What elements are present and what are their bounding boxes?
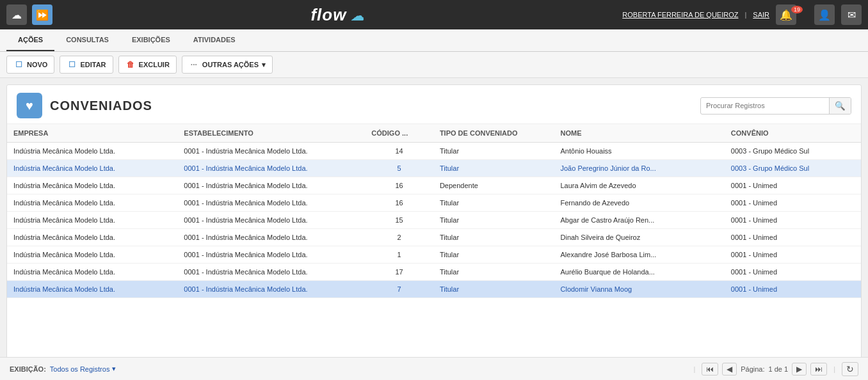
view-label: Todos os Registros	[50, 365, 110, 373]
cell-estabelecimento: 0001 - Indústria Mecânica Modelo Ltda.	[177, 177, 365, 194]
refresh-button[interactable]: ↻	[842, 362, 858, 376]
chevron-down-icon: ▾	[112, 365, 116, 373]
cell-codigo: 2	[365, 229, 433, 246]
cell-convenio: 0001 - Unimed	[725, 281, 861, 298]
logo-cloud-icon: ☁	[346, 9, 364, 23]
search-box: 🔍	[700, 97, 851, 115]
tab-atividades[interactable]: ATIVIDADES	[182, 29, 247, 51]
editar-icon: ☐	[67, 59, 77, 70]
user-icon-btn[interactable]: 👤	[814, 4, 835, 25]
cell-empresa: Indústria Mecânica Modelo Ltda.	[7, 281, 177, 298]
cell-estabelecimento: 0001 - Indústria Mecânica Modelo Ltda.	[177, 160, 365, 177]
first-page-button[interactable]: ⏮	[702, 363, 718, 376]
cell-convenio: 0001 - Unimed	[725, 264, 861, 281]
cell-empresa: Indústria Mecânica Modelo Ltda.	[7, 143, 177, 160]
top-bar-center: flow ☁	[310, 5, 364, 25]
main-content: ♥ CONVENIADOS 🔍 EMPRESA ESTABELECIMENTO …	[6, 84, 862, 379]
cell-convenio: 0001 - Unimed	[725, 177, 861, 194]
cell-nome: Abgar de Castro Araújo Ren...	[554, 212, 725, 229]
cell-convenio: 0001 - Unimed	[725, 194, 861, 212]
cell-convenio: 0001 - Unimed	[725, 246, 861, 264]
next-page-button[interactable]: ▶	[792, 363, 807, 376]
page-label: Página:	[741, 365, 764, 373]
col-header-empresa: EMPRESA	[7, 124, 177, 143]
outras-acoes-icon: ···	[189, 59, 199, 70]
cell-tipo: Titular	[433, 246, 554, 264]
sair-link[interactable]: SAIR	[753, 11, 769, 19]
top-bar-left: ☁ ⏩	[6, 4, 52, 25]
col-header-tipo: TIPO DE CONVENIADO	[433, 124, 554, 143]
notification-wrap: 🔔 19	[776, 4, 808, 25]
table-row[interactable]: Indústria Mecânica Modelo Ltda.0001 - In…	[7, 160, 861, 177]
novo-button[interactable]: ☐ NOVO	[6, 56, 54, 74]
cell-estabelecimento: 0001 - Indústria Mecânica Modelo Ltda.	[177, 264, 365, 281]
editar-label: EDITAR	[80, 61, 106, 68]
nav-tabs: AÇÕES CONSULTAS EXIBIÇÕES ATIVIDADES	[0, 29, 868, 52]
page-current: 1 de 1	[769, 365, 789, 373]
cell-estabelecimento: 0001 - Indústria Mecânica Modelo Ltda.	[177, 281, 365, 298]
mail-icon-btn[interactable]: ✉	[841, 4, 862, 25]
prev-page-button[interactable]: ◀	[722, 363, 737, 376]
cloud-icon-btn[interactable]: ☁	[6, 4, 27, 25]
cell-estabelecimento: 0001 - Indústria Mecânica Modelo Ltda.	[177, 246, 365, 264]
cell-tipo: Titular	[433, 229, 554, 246]
tab-consultas[interactable]: CONSULTAS	[54, 29, 120, 51]
table-row[interactable]: Indústria Mecânica Modelo Ltda.0001 - In…	[7, 194, 861, 212]
cell-codigo: 16	[365, 194, 433, 212]
toolbar: ☐ NOVO ☐ EDITAR 🗑 EXCLUIR ··· OUTRAS AÇÕ…	[0, 52, 868, 78]
editar-button[interactable]: ☐ EDITAR	[60, 56, 113, 74]
cell-empresa: Indústria Mecânica Modelo Ltda.	[7, 160, 177, 177]
excluir-button[interactable]: 🗑 EXCLUIR	[118, 56, 177, 74]
outras-acoes-label: OUTRAS AÇÕES	[202, 61, 259, 68]
tab-acoes[interactable]: AÇÕES	[6, 29, 54, 51]
cell-nome: Laura Alvim de Azevedo	[554, 177, 725, 194]
cell-convenio: 0003 - Grupo Médico Sul	[725, 160, 861, 177]
cell-estabelecimento: 0001 - Indústria Mecânica Modelo Ltda.	[177, 212, 365, 229]
cell-nome: Antônio Houaiss	[554, 143, 725, 160]
user-name-link[interactable]: ROBERTA FERREIRA DE QUEIROZ	[622, 11, 738, 19]
table-row[interactable]: Indústria Mecânica Modelo Ltda.0001 - In…	[7, 229, 861, 246]
cell-nome: Clodomir Vianna Moog	[554, 281, 725, 298]
table-header-row: EMPRESA ESTABELECIMENTO CÓDIGO ... TIPO …	[7, 124, 861, 143]
cell-estabelecimento: 0001 - Indústria Mecânica Modelo Ltda.	[177, 229, 365, 246]
cell-codigo: 7	[365, 281, 433, 298]
last-page-button[interactable]: ⏭	[810, 363, 827, 376]
cell-empresa: Indústria Mecânica Modelo Ltda.	[7, 229, 177, 246]
table-row[interactable]: Indústria Mecânica Modelo Ltda.0001 - In…	[7, 212, 861, 229]
cell-codigo: 5	[365, 160, 433, 177]
table-row[interactable]: Indústria Mecânica Modelo Ltda.0001 - In…	[7, 246, 861, 264]
cell-empresa: Indústria Mecânica Modelo Ltda.	[7, 212, 177, 229]
cell-nome: Fernando de Azevedo	[554, 194, 725, 212]
exit-icon-btn[interactable]: ⏩	[32, 4, 52, 25]
cell-nome: Dinah Silveira de Queiroz	[554, 229, 725, 246]
footer-right: | ⏮ ◀ Página: 1 de 1 ▶ ⏭ | ↻	[691, 362, 858, 376]
footer: EXIBIÇÃO: Todos os Registros ▾ | ⏮ ◀ Pág…	[0, 357, 868, 380]
table-row[interactable]: Indústria Mecânica Modelo Ltda.0001 - In…	[7, 143, 861, 160]
col-header-convenio: CONVÊNIO	[725, 124, 861, 143]
page-title: CONVENIADOS	[50, 99, 152, 113]
chevron-down-icon: ▾	[262, 61, 266, 69]
outras-acoes-button[interactable]: ··· OUTRAS AÇÕES ▾	[182, 56, 273, 74]
top-bar-right: ROBERTA FERREIRA DE QUEIROZ | SAIR 🔔 19 …	[622, 4, 862, 25]
page-header: ♥ CONVENIADOS 🔍	[7, 85, 861, 124]
table-row[interactable]: Indústria Mecânica Modelo Ltda.0001 - In…	[7, 264, 861, 281]
cell-nome: Alexandre José Barbosa Lim...	[554, 246, 725, 264]
table-body: Indústria Mecânica Modelo Ltda.0001 - In…	[7, 143, 861, 298]
cell-codigo: 14	[365, 143, 433, 160]
page-header-left: ♥ CONVENIADOS	[17, 93, 152, 118]
cell-empresa: Indústria Mecânica Modelo Ltda.	[7, 177, 177, 194]
cell-codigo: 1	[365, 246, 433, 264]
cell-empresa: Indústria Mecânica Modelo Ltda.	[7, 246, 177, 264]
cell-convenio: 0001 - Unimed	[725, 212, 861, 229]
table-row[interactable]: Indústria Mecânica Modelo Ltda.0001 - In…	[7, 177, 861, 194]
table-row[interactable]: Indústria Mecânica Modelo Ltda.0001 - In…	[7, 281, 861, 298]
search-button[interactable]: 🔍	[829, 98, 851, 114]
footer-left: EXIBIÇÃO: Todos os Registros ▾	[10, 365, 116, 373]
tab-exibicoes[interactable]: EXIBIÇÕES	[120, 29, 182, 51]
cell-empresa: Indústria Mecânica Modelo Ltda.	[7, 194, 177, 212]
cell-estabelecimento: 0001 - Indústria Mecânica Modelo Ltda.	[177, 194, 365, 212]
search-input[interactable]	[701, 99, 829, 113]
data-table: EMPRESA ESTABELECIMENTO CÓDIGO ... TIPO …	[7, 124, 861, 298]
view-select[interactable]: Todos os Registros ▾	[50, 365, 117, 373]
col-header-nome: NOME	[554, 124, 725, 143]
